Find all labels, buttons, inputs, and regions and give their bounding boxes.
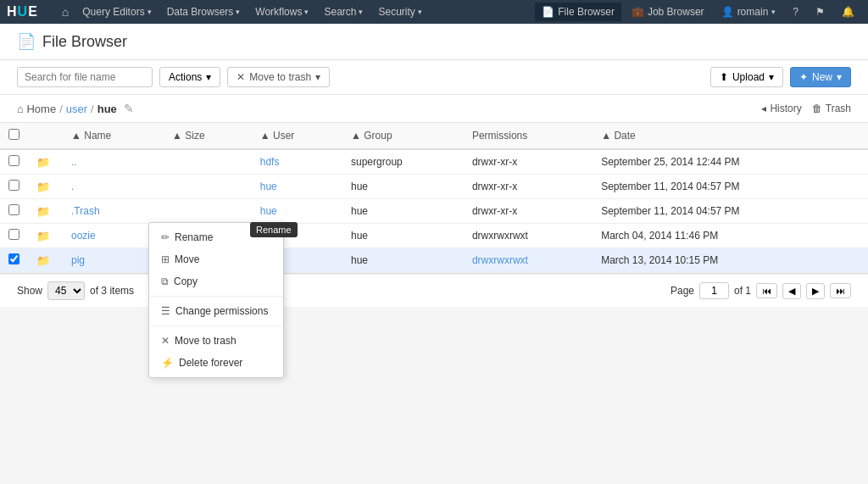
navbar-right: 📄 File Browser 💼 Job Browser 👤 romain ▾ …: [535, 3, 861, 21]
page-title: File Browser: [42, 33, 127, 51]
col-group-header[interactable]: ▲ Group: [342, 123, 464, 149]
folder-icon: 📁: [36, 254, 50, 267]
row-type: 📁: [28, 224, 63, 248]
context-menu-copy[interactable]: ⧉ Copy: [149, 270, 283, 292]
first-page-button[interactable]: ⏮: [756, 283, 777, 298]
table-row[interactable]: 📁 .Trash hue hue drwxr-xr-x September 11…: [0, 199, 868, 224]
context-menu-move-to-trash[interactable]: ✕ Move to trash: [149, 330, 283, 352]
file-date: September 25, 2014 12:44 PM: [601, 156, 739, 168]
rename-tooltip: Rename: [250, 222, 298, 237]
file-group: hue: [351, 230, 368, 242]
table-row[interactable]: 📁 .. hdfs supergroup drwxr-xr-x Septembe…: [0, 149, 868, 175]
col-permissions-header[interactable]: Permissions: [464, 123, 593, 149]
show-items: Show 45 of 3 items: [17, 281, 134, 300]
row-check[interactable]: [0, 248, 28, 273]
col-date-header[interactable]: ▲ Date: [593, 123, 868, 149]
col-name-header[interactable]: ▲ Name: [63, 123, 164, 149]
row-checkbox[interactable]: [8, 204, 19, 215]
file-group: supergroup: [351, 156, 403, 168]
sort-icon: ▲: [260, 130, 270, 142]
row-name[interactable]: .: [63, 175, 164, 199]
edit-icon[interactable]: ✎: [124, 102, 134, 115]
page-input[interactable]: [699, 282, 729, 299]
sort-icon: ▲: [601, 130, 611, 142]
breadcrumb-user[interactable]: user: [66, 103, 87, 115]
table-header-row: ▲ Name ▲ Size ▲ User ▲ Group Permissions: [0, 123, 868, 149]
context-menu: ✏ Rename ⊞ Move ⧉ Copy ☰ Change permissi…: [148, 222, 284, 378]
navbar-flag[interactable]: ⚑: [809, 3, 832, 21]
col-size-header[interactable]: ▲ Size: [164, 123, 252, 149]
of-items-label: of 3 items: [90, 285, 134, 297]
table-row[interactable]: 📁 . hue hue drwxr-xr-x September 11, 201…: [0, 175, 868, 199]
upload-icon: ⬆: [720, 71, 728, 83]
row-check[interactable]: [0, 175, 28, 199]
navbar-user-menu[interactable]: 👤 romain ▾: [715, 3, 783, 21]
history-button[interactable]: ◂ History: [761, 103, 801, 114]
col-check-all[interactable]: [0, 123, 28, 149]
copy-label: Copy: [174, 275, 198, 287]
row-name[interactable]: ..: [63, 149, 164, 175]
hue-logo: HUE: [7, 4, 38, 19]
new-button[interactable]: ✦ New ▾: [790, 67, 851, 87]
rename-tooltip-text: Rename: [256, 225, 292, 235]
home-nav-button[interactable]: ⌂: [55, 5, 75, 19]
row-check[interactable]: [0, 199, 28, 224]
toolbar: Actions ▾ ✕ Move to trash ▾ ⬆ Upload ▾ ✦…: [0, 60, 868, 95]
navbar-item-search[interactable]: Search ▾: [317, 3, 370, 21]
table-row[interactable]: 📁 pig hue hue drwxrwxrwxt March 13, 2014…: [0, 248, 868, 273]
breadcrumb-home[interactable]: ⌂ Home: [17, 103, 56, 115]
navbar-item-workflows[interactable]: Workflows ▾: [248, 3, 315, 21]
file-name: .: [71, 181, 74, 192]
row-date: September 11, 2014 04:57 PM: [593, 175, 868, 199]
row-checkbox[interactable]: [8, 253, 19, 264]
search-input[interactable]: [17, 67, 153, 87]
last-page-button[interactable]: ⏭: [830, 283, 851, 298]
context-menu-move[interactable]: ⊞ Move: [149, 248, 283, 270]
row-checkbox[interactable]: [8, 180, 19, 191]
file-browser-icon: 📄: [542, 6, 554, 18]
trash-button[interactable]: 🗑 Trash: [812, 103, 851, 114]
page-header: 📄 File Browser: [0, 24, 868, 60]
permissions-link[interactable]: drwxrwxrwxt: [472, 254, 528, 266]
row-date: September 11, 2014 04:57 PM: [593, 199, 868, 224]
file-date: September 11, 2014 04:57 PM: [601, 181, 739, 192]
col-user-header[interactable]: ▲ User: [252, 123, 342, 149]
row-name[interactable]: .Trash: [63, 199, 164, 224]
copy-icon: ⧉: [161, 275, 169, 287]
delete-icon: ⚡: [161, 357, 174, 369]
home-label: Home: [26, 103, 56, 115]
chevron-down-icon: ▾: [315, 71, 320, 83]
table-header: ▲ Name ▲ Size ▲ User ▲ Group Permissions: [0, 123, 868, 149]
move-to-trash-button[interactable]: ✕ Move to trash ▾: [227, 67, 330, 87]
row-checkbox[interactable]: [8, 155, 19, 166]
row-checkbox[interactable]: [8, 229, 19, 240]
row-user: hdfs: [252, 149, 342, 175]
upload-button[interactable]: ⬆ Upload ▾: [710, 67, 783, 87]
table-body: 📁 .. hdfs supergroup drwxr-xr-x Septembe…: [0, 149, 868, 273]
context-menu-change-permissions[interactable]: ☰ Change permissions: [149, 300, 283, 322]
table-row[interactable]: 📁 oozie hue hue drwxrwxrwxt March 04, 20…: [0, 224, 868, 248]
row-check[interactable]: [0, 149, 28, 175]
navbar-item-security[interactable]: Security ▾: [371, 3, 428, 21]
prev-page-button[interactable]: ◀: [782, 283, 801, 299]
navbar-item-data-browsers[interactable]: Data Browsers ▾: [160, 3, 248, 21]
page-label: Page: [670, 285, 694, 297]
navbar-help[interactable]: ?: [786, 3, 805, 21]
folder-icon: 📁: [36, 181, 50, 193]
show-select[interactable]: 45: [47, 281, 85, 300]
navbar-item-query-editors[interactable]: Query Editors ▾: [75, 3, 158, 21]
search-label: Search: [324, 6, 356, 18]
check-all-checkbox[interactable]: [8, 129, 19, 140]
file-date: September 11, 2014 04:57 PM: [601, 205, 739, 217]
chevron-down-icon: ▾: [837, 71, 842, 83]
chevron-down-icon: ▾: [147, 8, 152, 16]
navbar-file-browser[interactable]: 📄 File Browser: [535, 3, 621, 21]
context-menu-delete-forever[interactable]: ⚡ Delete forever: [149, 352, 283, 374]
row-check[interactable]: [0, 224, 28, 248]
navbar-job-browser[interactable]: 💼 Job Browser: [625, 3, 711, 21]
row-user: hue: [252, 175, 342, 199]
navbar-alert[interactable]: 🔔: [835, 3, 861, 21]
file-name: ..: [71, 156, 77, 168]
actions-button[interactable]: Actions ▾: [159, 67, 220, 87]
next-page-button[interactable]: ▶: [806, 283, 825, 299]
